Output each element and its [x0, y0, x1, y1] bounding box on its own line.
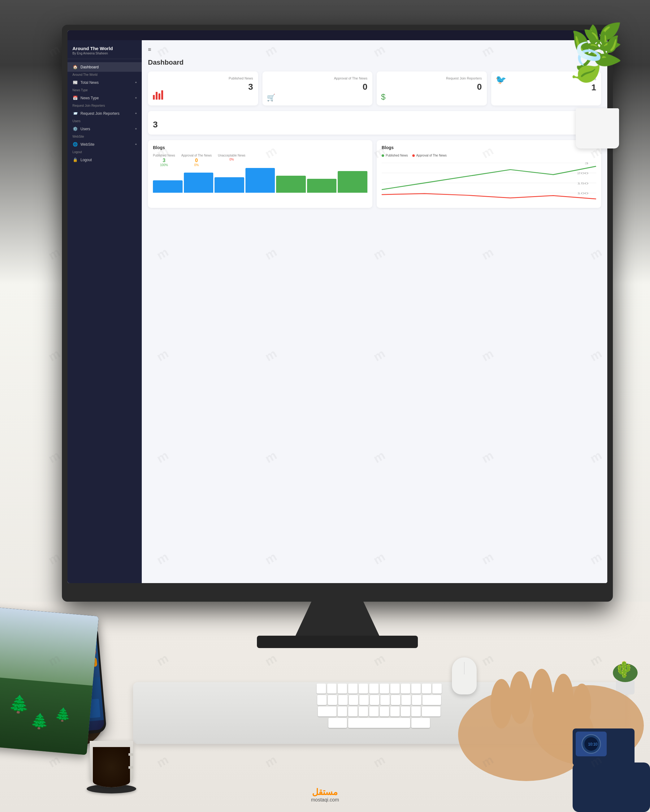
stats-row: Published News 3	[148, 72, 601, 105]
plant: 🌿 🌿 🍃	[557, 25, 638, 148]
stat-value-approval: 0	[268, 82, 368, 92]
sidebar-item-label: Request Join Reporters	[81, 111, 119, 116]
sidebar-nav: 🏠 Dashboard Around The World 📰 Total New…	[67, 59, 142, 583]
sidebar-section-newstype: News Type	[67, 87, 142, 93]
sidebar-item-label: News Type	[81, 96, 99, 100]
stat-label-request: Request Join Reporters	[382, 76, 482, 80]
calendar-icon: 📅	[72, 96, 78, 100]
news-icon: 📰	[72, 80, 78, 85]
chart-legend: Published News Approval of The News	[382, 154, 596, 157]
stat-card-approval: Approval of The News 0 🛒	[263, 72, 373, 105]
sidebar-item-request-join[interactable]: 📨 Request Join Reporters +	[67, 108, 142, 118]
mouse-body	[452, 657, 477, 694]
mostaqi-arabic-text: مستقل	[311, 787, 339, 797]
blog-approval-value: 0	[181, 158, 212, 163]
svg-text:3: 3	[585, 162, 589, 165]
blog-approval-label: Approval of The News	[181, 154, 212, 157]
computer-mouse	[452, 657, 477, 694]
main-content: ≡ Dashboard Published News 3	[142, 40, 607, 583]
sidebar-item-label: Logout	[81, 158, 92, 162]
mouse-divider	[464, 662, 465, 675]
plus-icon: +	[135, 127, 137, 131]
line-chart-svg: 3 200 150 100	[382, 160, 596, 203]
bar-3	[214, 177, 244, 193]
sidebar-section-logout: Logout	[67, 149, 142, 155]
blog-approval-stat: Approval of The News 0 0%	[181, 154, 212, 167]
cart-icon: 🛒	[267, 94, 275, 102]
total-news-card: Total News 3	[148, 111, 601, 134]
stat-card-request: Request Join Reporters 0 $	[377, 72, 487, 105]
sidebar-item-logout[interactable]: 🔒 Logout	[67, 155, 142, 165]
stat-value-request: 0	[382, 82, 482, 92]
send-icon: 📨	[72, 111, 78, 116]
sidebar-section-users: Users	[67, 118, 142, 124]
sidebar-item-users[interactable]: ⚙️ Users +	[67, 124, 142, 134]
svg-point-17	[553, 674, 574, 725]
coffee-cup	[90, 741, 133, 787]
sidebar-item-label: Total News	[81, 81, 99, 85]
blog-published-label: Published News	[153, 154, 175, 157]
svg-point-18	[573, 684, 591, 727]
total-news-label: Total News	[153, 116, 596, 120]
svg-text:150: 150	[577, 182, 589, 185]
charts-row: Blogs Published News 3 100% Approval of …	[148, 140, 601, 208]
blog-published-stat: Published News 3 100%	[153, 154, 175, 167]
dollar-icon: $	[381, 92, 385, 102]
dashboard-container: Around The World By Eng Ameena Shaheen 🏠…	[67, 40, 607, 583]
line-chart-area: 3 200 150 100	[382, 160, 596, 203]
laptop-screen: 🌲 🌲 🌲 🌲	[0, 606, 99, 727]
legend-approval-label: Approval of The News	[416, 154, 447, 157]
blog-approval-pct: 0%	[181, 163, 212, 167]
bar-1	[153, 180, 183, 193]
sidebar-item-label: Dashboard	[81, 65, 99, 69]
coffee-handle	[128, 753, 133, 769]
coffee-cup-area	[81, 713, 142, 794]
svg-text:10:10: 10:10	[588, 742, 597, 746]
svg-rect-3	[161, 90, 163, 99]
blog-unacceptable-label: Unacceptable News	[218, 154, 245, 157]
sidebar-section-website: WebSite	[67, 134, 142, 139]
svg-point-14	[491, 679, 512, 728]
monitor-outer: عربي ✕ Around The World By Eng Ameena Sh…	[62, 25, 613, 601]
blog-published-value: 3	[153, 158, 175, 163]
sidebar-item-website[interactable]: 🌐 WebSite +	[67, 139, 142, 149]
bar-6	[307, 179, 337, 193]
dashboard-title: Dashboard	[148, 58, 601, 67]
legend-published-label: Published News	[386, 154, 408, 157]
plus-icon: +	[135, 81, 137, 84]
svg-text:200: 200	[577, 171, 589, 175]
sidebar-section-reporters: Request Join Reporters	[67, 103, 142, 108]
stat-value-published: 3	[153, 82, 253, 92]
twitter-icon: 🐦	[496, 75, 506, 102]
sidebar-item-news-type[interactable]: 📅 News Type +	[67, 93, 142, 103]
mini-bar-chart	[153, 171, 367, 193]
main-topbar: ≡	[148, 46, 601, 53]
sidebar-item-dashboard[interactable]: 🏠 Dashboard	[67, 62, 142, 72]
home-icon: 🏠	[72, 65, 78, 69]
typing-hands: 10:10	[309, 626, 650, 812]
sidebar-item-label: Users	[81, 127, 90, 131]
mostaqi-logo: مستقل mostaqi.com	[311, 787, 339, 803]
gear-icon: ⚙️	[72, 127, 78, 131]
chart-bar-icon	[152, 89, 165, 102]
sidebar-section-around: Around The World	[67, 72, 142, 78]
sidebar-item-total-news[interactable]: 📰 Total News +	[67, 78, 142, 87]
hands-svg: 10:10	[309, 626, 650, 812]
blog-published-pct: 100%	[153, 163, 175, 167]
blogs-card-title: Blogs	[153, 145, 367, 150]
svg-rect-24	[573, 763, 650, 812]
legend-published: Published News	[382, 154, 408, 157]
sidebar-logo: Around The World By Eng Ameena Shaheen	[67, 40, 142, 59]
plus-icon: +	[135, 96, 137, 99]
svg-rect-0	[153, 95, 155, 99]
legend-dot-approval	[412, 154, 415, 157]
screen-topbar: عربي ✕	[67, 30, 607, 40]
blogs-card: Blogs Published News 3 100% Approval of …	[148, 140, 372, 208]
hamburger-icon[interactable]: ≡	[148, 46, 151, 53]
bar-2	[184, 172, 214, 193]
stat-label-published: Published News	[153, 76, 253, 80]
lock-icon: 🔒	[72, 157, 78, 162]
legend-dot-published	[382, 154, 384, 157]
blog-unacceptable-stat: Unacceptable News 0%	[218, 154, 245, 167]
plus-icon: +	[135, 143, 137, 146]
